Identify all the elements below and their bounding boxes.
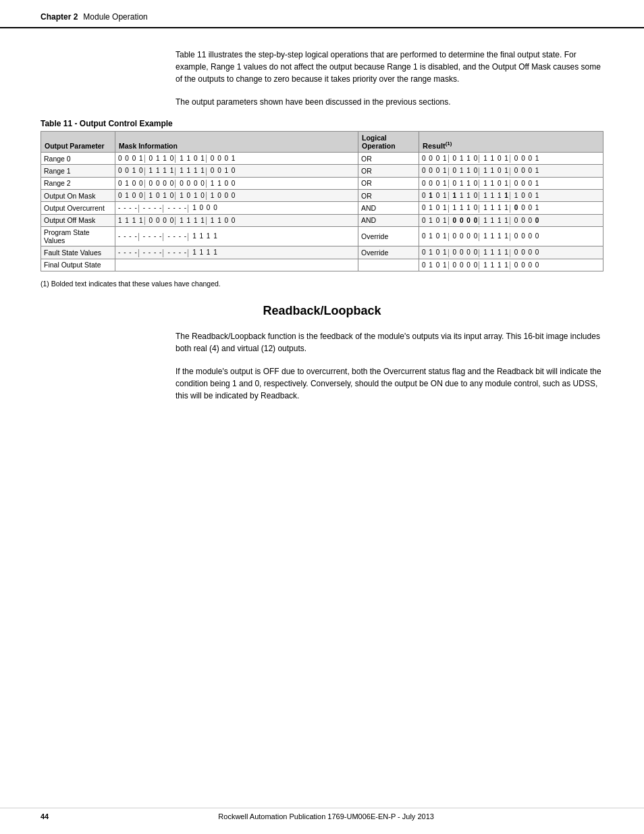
page-header: Chapter 2 Module Operation bbox=[0, 0, 644, 28]
table-result-cell: 0 1 0 11 1 1 01 1 1 10 0 0 1 bbox=[419, 202, 603, 214]
readback-paragraph2: If the module's output is OFF due to ove… bbox=[176, 365, 603, 402]
table-mask-cell: 0 1 0 01 0 1 01 0 1 01 0 0 0 bbox=[115, 190, 358, 202]
readback-heading: Readback/Loopback bbox=[41, 304, 603, 318]
intro-paragraph2: The output parameters shown have been di… bbox=[176, 96, 603, 108]
table-footnote: (1) Bolded text indicates that these val… bbox=[41, 280, 603, 288]
table-result-cell: 0 1 0 10 0 0 01 1 1 10 0 0 0 bbox=[419, 227, 603, 246]
table-param-cell: Output Off Mask bbox=[41, 214, 115, 226]
table-param-cell: Range 0 bbox=[41, 153, 115, 165]
readback-paragraph1: The Readback/Loopback function is the fe… bbox=[176, 330, 603, 355]
table-mask-cell: 1 1 1 10 0 0 01 1 1 11 1 0 0 bbox=[115, 214, 358, 226]
table-mask-cell bbox=[115, 259, 358, 271]
table-mask-cell: 0 0 0 10 1 1 01 1 0 10 0 0 1 bbox=[115, 153, 358, 165]
table-logical-cell: AND bbox=[358, 214, 419, 226]
table-param-cell: Fault State Values bbox=[41, 246, 115, 259]
table-mask-cell: - - - -- - - -- - - -1 1 1 1 bbox=[115, 227, 358, 246]
page-footer: 44 Rockwell Automation Publication 1769-… bbox=[0, 808, 644, 820]
table-mask-cell: - - - -- - - -- - - -1 1 1 1 bbox=[115, 246, 358, 259]
header-chapter: Chapter 2 bbox=[41, 12, 78, 22]
table-param-cell: Output On Mask bbox=[41, 190, 115, 202]
table-logical-cell bbox=[358, 259, 419, 271]
table-result-cell: 0 1 0 10 0 0 01 1 1 10 0 0 0 bbox=[419, 259, 603, 271]
result-superscript: (1) bbox=[446, 140, 452, 147]
table-logical-cell: Override bbox=[358, 227, 419, 246]
table-logical-cell: OR bbox=[358, 165, 419, 177]
table-result-cell: 0 1 0 10 0 0 01 1 1 10 0 0 0 bbox=[419, 214, 603, 226]
output-control-table: Output Parameter Mask Information Logica… bbox=[41, 131, 603, 271]
intro-paragraph1: Table 11 illustrates the step-by-step lo… bbox=[176, 49, 603, 85]
table-param-cell: Program State Values bbox=[41, 227, 115, 246]
table-param-cell: Range 2 bbox=[41, 177, 115, 189]
table-logical-cell: AND bbox=[358, 202, 419, 214]
th-logical-operation: Logical Operation bbox=[358, 132, 419, 153]
table-mask-cell: - - - -- - - -- - - -1 0 0 0 bbox=[115, 202, 358, 214]
header-section: Module Operation bbox=[83, 12, 147, 22]
table-logical-cell: OR bbox=[358, 177, 419, 189]
table-logical-cell: Override bbox=[358, 246, 419, 259]
table-result-cell: 0 1 0 11 1 1 01 1 1 11 0 0 1 bbox=[419, 190, 603, 202]
table-result-cell: 0 0 0 10 1 1 01 1 0 10 0 0 1 bbox=[419, 153, 603, 165]
footer-center-text: Rockwell Automation Publication 1769-UM0… bbox=[218, 812, 434, 820]
th-output-parameter: Output Parameter bbox=[41, 132, 115, 153]
footer-page-number: 44 bbox=[41, 812, 49, 820]
th-result: Result(1) bbox=[419, 132, 603, 153]
table-result-cell: 0 0 0 10 1 1 01 1 0 10 0 0 1 bbox=[419, 165, 603, 177]
table-mask-cell: 0 1 0 00 0 0 00 0 0 01 1 0 0 bbox=[115, 177, 358, 189]
th-mask-information: Mask Information bbox=[115, 132, 358, 153]
table-param-cell: Final Output State bbox=[41, 259, 115, 271]
table-logical-cell: OR bbox=[358, 153, 419, 165]
table-title: Table 11 - Output Control Example bbox=[41, 119, 603, 128]
table-param-cell: Output Overcurrent bbox=[41, 202, 115, 214]
table-result-cell: 0 1 0 10 0 0 01 1 1 10 0 0 0 bbox=[419, 246, 603, 259]
table-logical-cell: OR bbox=[358, 190, 419, 202]
table-mask-cell: 0 0 1 01 1 1 11 1 1 10 0 1 0 bbox=[115, 165, 358, 177]
table-result-cell: 0 0 0 10 1 1 01 1 0 10 0 0 1 bbox=[419, 177, 603, 189]
table-param-cell: Range 1 bbox=[41, 165, 115, 177]
